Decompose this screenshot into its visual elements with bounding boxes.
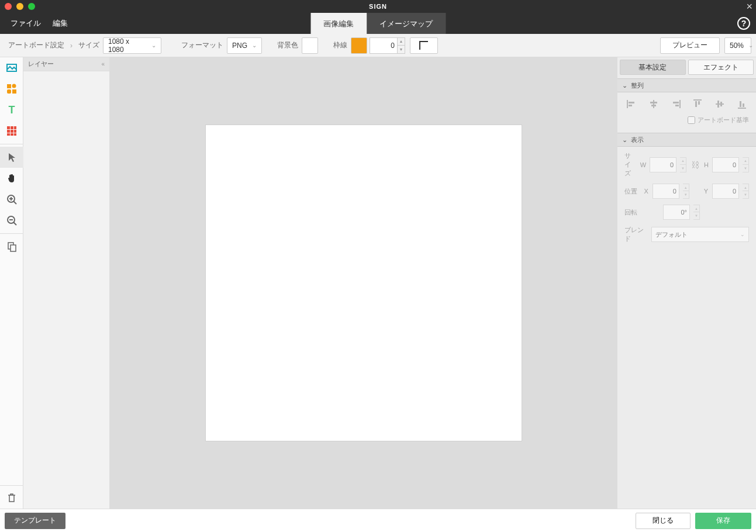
svg-rect-7	[11, 126, 13, 129]
link-icon[interactable]: ⛓	[690, 160, 700, 170]
align-controls	[624, 97, 749, 111]
section-display-header[interactable]: ⌄表示	[617, 133, 756, 147]
menubar: ファイル 編集 画像編集 イメージマップ ?	[0, 13, 756, 34]
x-label: X	[644, 188, 649, 195]
position-prop-label: 位置	[624, 187, 640, 196]
y-stepper[interactable]: ▲▼	[743, 184, 749, 199]
menu-edit[interactable]: 編集	[47, 18, 74, 29]
size-label: サイズ	[75, 40, 103, 50]
size-dropdown[interactable]: 1080 x 1080	[103, 37, 161, 54]
shapes-tool[interactable]	[0, 78, 23, 99]
trash-button[interactable]	[0, 485, 23, 509]
svg-rect-25	[629, 102, 634, 103]
height-input[interactable]	[712, 157, 739, 172]
bg-color-swatch[interactable]	[302, 37, 318, 54]
window-minimize-button[interactable]	[16, 3, 23, 10]
pan-tool[interactable]	[0, 168, 23, 189]
border-width-input[interactable]	[370, 37, 398, 54]
chevron-down-icon: ⌄	[622, 136, 627, 144]
tool-sidebar: T	[0, 57, 23, 509]
align-center-v-icon[interactable]	[713, 97, 727, 111]
rotation-prop-label: 回転	[624, 208, 648, 217]
select-tool[interactable]	[0, 147, 23, 168]
w-label: W	[640, 161, 646, 168]
artboard-reference-checkbox[interactable]: アートボード基準	[624, 116, 749, 125]
svg-rect-14	[14, 133, 16, 136]
svg-point-2	[12, 84, 16, 88]
align-center-h-icon[interactable]	[647, 97, 661, 111]
chevron-down-icon: ⌄	[622, 82, 627, 89]
layer-header-label: レイヤー	[28, 60, 54, 68]
format-dropdown[interactable]: PNG	[227, 37, 262, 54]
tab-image-map[interactable]: イメージマップ	[367, 13, 446, 34]
artboard-ref-input[interactable]	[688, 116, 695, 124]
border-width-stepper[interactable]: ▲▼	[398, 37, 405, 54]
blend-dropdown[interactable]: デフォルト	[651, 227, 749, 242]
artboard[interactable]	[206, 125, 522, 441]
border-color-swatch[interactable]	[351, 37, 367, 54]
svg-rect-32	[675, 105, 679, 106]
svg-text:T: T	[9, 104, 15, 116]
titlebar: SIGN ×	[0, 0, 756, 13]
canvas-area[interactable]	[110, 57, 617, 509]
border-style-selector[interactable]	[410, 37, 438, 54]
props-tab-effect[interactable]: エフェクト	[688, 60, 754, 75]
close-icon[interactable]: ×	[746, 1, 752, 12]
rotation-stepper[interactable]: ▲▼	[693, 205, 700, 220]
y-input[interactable]	[712, 184, 739, 199]
app-title: SIGN	[369, 3, 387, 10]
collapse-icon[interactable]: «	[101, 61, 105, 67]
size-prop-label: サイズ	[624, 151, 637, 178]
save-button[interactable]: 保存	[695, 513, 751, 529]
help-icon[interactable]: ?	[737, 17, 750, 30]
svg-rect-31	[673, 102, 679, 103]
align-left-icon[interactable]	[624, 97, 638, 111]
text-tool[interactable]: T	[0, 99, 23, 120]
svg-rect-26	[629, 105, 632, 106]
svg-rect-37	[717, 101, 719, 108]
svg-rect-41	[743, 103, 744, 107]
align-bottom-icon[interactable]	[735, 97, 749, 111]
svg-rect-6	[7, 126, 10, 129]
chevron-right-icon: ›	[68, 42, 75, 50]
format-label: フォーマット	[178, 40, 227, 50]
properties-panel: 基本設定 エフェクト ⌄整列 アートボード基準 ⌄表示 サイズ W	[617, 57, 756, 509]
x-stepper[interactable]: ▲▼	[683, 184, 689, 199]
width-input[interactable]	[650, 157, 676, 172]
bg-color-label: 背景色	[274, 40, 302, 50]
template-button[interactable]: テンプレート	[5, 513, 65, 529]
width-stepper[interactable]: ▲▼	[680, 157, 686, 172]
window-close-button[interactable]	[5, 3, 12, 10]
zoom-out-tool[interactable]	[0, 210, 23, 231]
tab-image-edit[interactable]: 画像編集	[310, 13, 367, 34]
zoom-dropdown[interactable]: 50%	[724, 37, 751, 54]
copy-tool[interactable]	[0, 236, 23, 257]
svg-rect-9	[7, 130, 10, 133]
svg-rect-8	[14, 126, 16, 129]
mode-tabs: 画像編集 イメージマップ	[310, 13, 446, 34]
border-label: 枠線	[330, 40, 351, 50]
preview-button[interactable]: プレビュー	[660, 37, 720, 54]
grid-tool[interactable]	[0, 120, 23, 141]
y-label: Y	[703, 188, 709, 195]
x-input[interactable]	[653, 184, 679, 199]
align-top-icon[interactable]	[691, 97, 705, 111]
align-right-icon[interactable]	[669, 97, 683, 111]
layer-panel-header: レイヤー «	[23, 57, 109, 71]
svg-rect-38	[720, 102, 722, 106]
close-button[interactable]: 閉じる	[636, 513, 691, 529]
layer-panel: レイヤー «	[23, 57, 110, 509]
image-tool[interactable]	[0, 57, 23, 78]
svg-rect-11	[14, 130, 16, 133]
window-maximize-button[interactable]	[28, 3, 35, 10]
footer: テンプレート 閉じる 保存	[0, 509, 756, 532]
menu-file[interactable]: ファイル	[5, 18, 47, 29]
props-tab-basic[interactable]: 基本設定	[620, 60, 686, 75]
svg-rect-10	[11, 130, 13, 133]
section-align-header[interactable]: ⌄整列	[617, 78, 756, 92]
zoom-in-tool[interactable]	[0, 189, 23, 210]
rotation-input[interactable]	[663, 205, 690, 220]
height-stepper[interactable]: ▲▼	[743, 157, 749, 172]
blend-prop-label: ブレンド	[624, 226, 648, 243]
svg-rect-13	[11, 133, 13, 136]
